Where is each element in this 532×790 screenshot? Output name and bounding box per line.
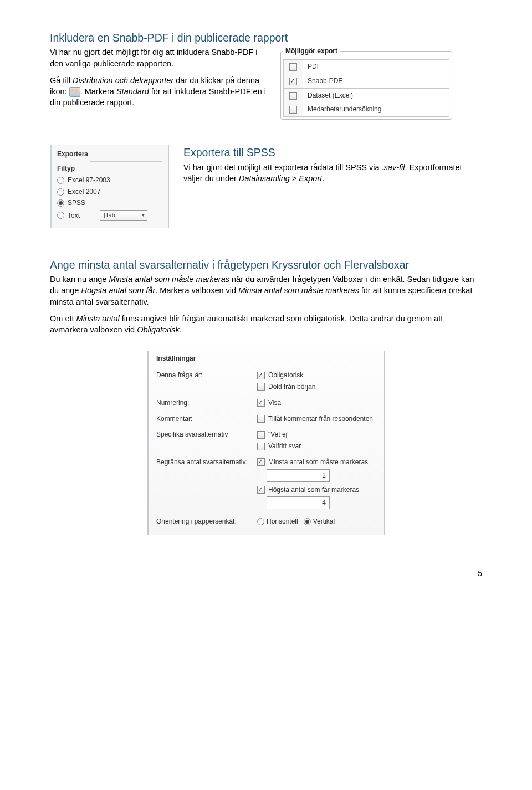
radio-label: Excel 97-2003 (68, 176, 110, 185)
section-heading-3: Ange minsta antal svarsalternativ i fråg… (50, 258, 482, 273)
opt-label: Horisontell (267, 517, 298, 526)
text-italic: Minsta antal som måste markeras (109, 275, 229, 284)
export-label: PDF (303, 60, 449, 74)
checkbox-icon[interactable] (257, 383, 265, 391)
section-heading-1: Inkludera en Snabb-PDF i din publicerade… (50, 30, 482, 45)
radio-excel2007[interactable]: Excel 2007 (57, 186, 162, 198)
checkbox-checked-icon[interactable] (257, 486, 265, 494)
radio-spss[interactable]: SPSS (57, 197, 162, 209)
text: Du kan nu ange (50, 275, 109, 284)
export-row-dataset[interactable]: Dataset (Excel) (284, 88, 449, 102)
checkbox-icon[interactable] (257, 415, 265, 423)
text: . (180, 325, 182, 334)
checkbox-icon[interactable] (289, 63, 297, 71)
settings-heading: Inställningar (156, 354, 376, 363)
export-row-medarbetar[interactable]: Medarbetarundersökning (284, 102, 449, 117)
text: . Markera (80, 87, 116, 96)
opt-minsta[interactable]: Minsta antal som måste markeras (257, 458, 376, 467)
opt-tillat-kommentar[interactable]: Tillåt kommentar från respondenten (257, 414, 376, 424)
opt-hogsta[interactable]: Högsta antal som får markeras (257, 485, 376, 495)
text-italic: Obligatorisk (137, 325, 180, 334)
text-italic: Högsta antal som får (81, 286, 155, 295)
radio-vertikal[interactable]: Vertikal (304, 517, 335, 526)
settings-panel: Inställningar Denna fråga är: Obligatori… (147, 351, 385, 535)
label-specific: Specifika svarsalternativ (156, 430, 250, 439)
radio-label: Text (68, 211, 80, 220)
section1-paragraph1: Vi har nu gjort det möjligt för dig att … (50, 47, 266, 69)
export-label: Snabb-PDF (303, 74, 449, 88)
tab-dropdown[interactable]: [Tab] (100, 210, 147, 220)
radio-text[interactable]: Text [Tab] (57, 209, 162, 222)
text-italic: Distribution och delrapporter (73, 76, 173, 85)
opt-label: Dold från början (268, 382, 315, 392)
label-comment: Kommentar: (156, 414, 250, 424)
opt-dold[interactable]: Dold från början (257, 382, 376, 392)
radio-label: SPSS (68, 198, 85, 208)
text: . (322, 174, 324, 183)
text-italic: Standard (116, 87, 149, 96)
radio-excel97[interactable]: Excel 97-2003 (57, 175, 162, 186)
delrapporter-icon (69, 87, 80, 97)
exportera-panel: Exportera Filtyp Excel 97-2003 Excel 200… (50, 145, 169, 227)
label-orientation: Orientering i pappersenkät: (156, 517, 250, 526)
text: Gå till (50, 76, 73, 85)
text-italic: Minsta antal (76, 314, 120, 323)
section3-paragraph2: Om ett Minsta antal finns angivet blir f… (50, 313, 482, 336)
opt-label: Vertikal (313, 517, 335, 526)
checkbox-icon[interactable] (289, 106, 297, 114)
section2-paragraph: Vi har gjort det möjligt att exportera r… (183, 162, 482, 184)
export-row-snabbpdf[interactable]: Snabb-PDF (284, 74, 449, 88)
text-italic: Minsta antal som måste markeras (238, 286, 359, 295)
checkbox-icon[interactable] (289, 92, 297, 100)
hogsta-input[interactable]: 4 (267, 496, 330, 509)
opt-label: Minsta antal som måste markeras (268, 458, 368, 467)
export-legend: Möjliggör export (283, 47, 340, 56)
text: Om ett (50, 314, 76, 323)
opt-valfritt[interactable]: Valfritt svar (257, 442, 376, 451)
radio-icon[interactable] (57, 188, 64, 196)
opt-label: Högsta antal som får markeras (268, 485, 359, 495)
checkbox-checked-icon[interactable] (257, 458, 265, 466)
opt-label: "Vet ej" (268, 430, 290, 439)
text: Vi har gjort det möjligt att exportera r… (183, 163, 382, 172)
opt-vetej[interactable]: "Vet ej" (257, 430, 376, 439)
text-italic: .sav-fil (382, 163, 405, 172)
label-limit: Begränsa antal svarsalternativ: (156, 458, 250, 467)
export-options-box: Möjliggör export PDF Snabb-PDF Dataset (… (280, 47, 452, 120)
text: . Markera valboxen vid (155, 286, 238, 295)
radio-label: Excel 2007 (68, 187, 100, 197)
checkbox-icon[interactable] (257, 431, 265, 439)
checkbox-checked-icon[interactable] (257, 399, 265, 407)
export-row-pdf[interactable]: PDF (284, 60, 449, 74)
radio-horisontell[interactable]: Horisontell (257, 517, 298, 526)
opt-label: Tillåt kommentar från respondenten (268, 414, 373, 424)
checkbox-checked-icon[interactable] (257, 372, 265, 379)
radio-icon[interactable] (57, 212, 64, 219)
opt-obligatorisk[interactable]: Obligatorisk (257, 371, 376, 380)
section-heading-2: Exportera till SPSS (183, 145, 482, 160)
label-numbering: Numrering: (156, 398, 250, 408)
opt-label: Obligatorisk (268, 371, 303, 380)
label-question: Denna fråga är: (156, 371, 250, 380)
export-label: Medarbetarundersökning (303, 102, 449, 117)
opt-label: Valfritt svar (268, 442, 301, 451)
export-label: Dataset (Excel) (303, 88, 449, 102)
page-number: 5 (50, 568, 482, 579)
minsta-input[interactable]: 2 (267, 469, 330, 482)
text-italic: Datainsamling > Export (239, 174, 322, 183)
radio-selected-icon[interactable] (57, 199, 64, 207)
exportera-title: Exportera (57, 150, 162, 159)
checkbox-checked-icon[interactable] (289, 78, 297, 85)
opt-label: Visa (268, 398, 281, 408)
opt-visa[interactable]: Visa (257, 398, 376, 408)
checkbox-icon[interactable] (257, 443, 265, 450)
filetype-label: Filtyp (57, 164, 162, 173)
radio-selected-icon[interactable] (304, 518, 311, 525)
section1-paragraph2: Gå till Distribution och delrapporter dä… (50, 75, 266, 109)
radio-icon[interactable] (257, 518, 264, 525)
section3-paragraph1: Du kan nu ange Minsta antal som måste ma… (50, 274, 482, 307)
radio-icon[interactable] (57, 177, 64, 184)
